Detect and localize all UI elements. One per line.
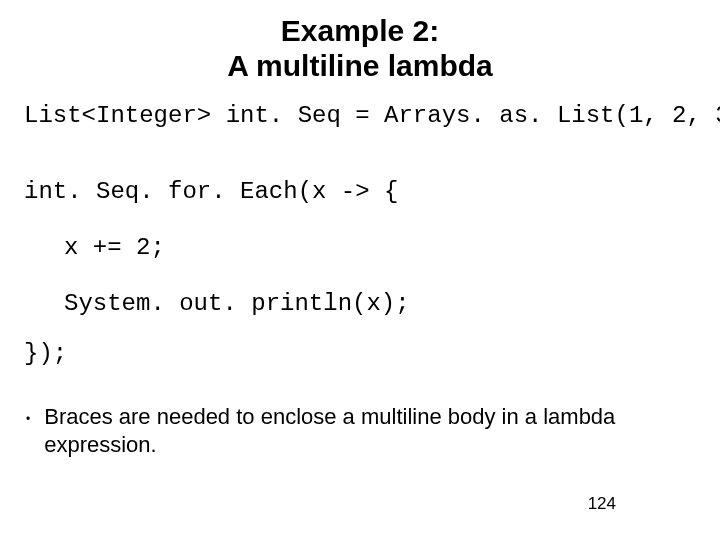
- title-line-1: Example 2:: [281, 14, 439, 47]
- code-line-3: x += 2;: [24, 233, 696, 263]
- slide-title: Example 2: A multiline lambda: [24, 14, 696, 83]
- code-line-2: int. Seq. for. Each(x -> {: [24, 177, 696, 207]
- bullet-text: Braces are needed to enclose a multiline…: [44, 403, 644, 458]
- code-line-4: System. out. println(x);: [24, 289, 696, 319]
- bullet-item: • Braces are needed to enclose a multili…: [24, 403, 696, 458]
- code-line-1: List<Integer> int. Seq = Arrays. as. Lis…: [24, 101, 696, 131]
- spacer: [24, 319, 696, 339]
- bullet-dot-icon: •: [26, 405, 30, 433]
- spacer: [24, 263, 696, 289]
- page-number: 124: [588, 494, 616, 514]
- spacer: [24, 207, 696, 233]
- title-line-2: A multiline lambda: [227, 49, 493, 82]
- slide: Example 2: A multiline lambda List<Integ…: [0, 0, 720, 540]
- code-line-5: });: [24, 339, 696, 369]
- spacer: [24, 131, 696, 177]
